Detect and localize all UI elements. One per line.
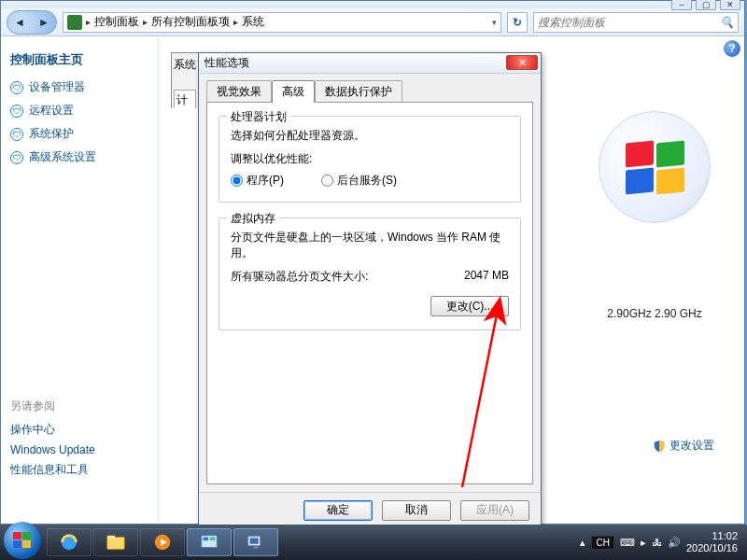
- keyboard-icon[interactable]: ⌨: [620, 537, 635, 549]
- tray-flag-icon[interactable]: ▸: [641, 537, 646, 549]
- svg-rect-2: [107, 538, 124, 550]
- taskbar-system-props[interactable]: [233, 528, 278, 556]
- vm-total-label: 所有驱动器总分页文件大小:: [231, 269, 368, 285]
- shield-icon: 🛡: [10, 151, 23, 164]
- ok-button[interactable]: 确定: [303, 500, 373, 521]
- system-properties-stub: 系统 计: [171, 52, 199, 108]
- language-indicator[interactable]: CH: [591, 536, 613, 550]
- chevron-right-icon[interactable]: ▸: [143, 17, 148, 27]
- see-also-windows-update[interactable]: Windows Update: [10, 443, 148, 456]
- see-also-performance-info[interactable]: 性能信息和工具: [10, 462, 148, 478]
- dialog-titlebar[interactable]: 性能选项 ✕: [199, 53, 541, 74]
- see-also-section: 另请参阅 操作中心 Windows Update 性能信息和工具: [10, 399, 148, 478]
- left-link-advanced-system-settings[interactable]: 🛡高级系统设置: [10, 149, 148, 165]
- tray-up-icon[interactable]: ▴: [580, 537, 585, 549]
- system-tray[interactable]: ▴ CH ⌨ ▸ 🖧 🔊 11:02 2020/10/16: [580, 530, 743, 554]
- shield-icon: 🛡: [10, 128, 23, 141]
- radio-programs-input[interactable]: [231, 175, 243, 187]
- taskbar-media-player[interactable]: [140, 528, 185, 556]
- tab-body-advanced: 处理器计划 选择如何分配处理器资源。 调整以优化性能: 程序(P) 后台服务(S…: [206, 102, 533, 484]
- tab-advanced[interactable]: 高级: [272, 80, 315, 103]
- clock-time: 11:02: [686, 530, 738, 542]
- vm-change-button[interactable]: 更改(C)...: [430, 296, 509, 316]
- svg-rect-6: [204, 538, 209, 541]
- left-panel: 控制面板主页 🛡设备管理器 🛡远程设置 🛡系统保护 🛡高级系统设置 另请参阅 操…: [1, 36, 158, 524]
- crumb-level3[interactable]: 系统: [242, 14, 264, 30]
- svg-rect-7: [210, 538, 216, 541]
- svg-rect-3: [107, 536, 115, 539]
- tab-dep[interactable]: 数据执行保护: [315, 80, 402, 103]
- crumb-level1[interactable]: 控制面板: [94, 14, 139, 30]
- clock-date: 2020/10/16: [686, 542, 738, 554]
- tray-volume-icon[interactable]: 🔊: [668, 537, 681, 549]
- window-titlebar: – ▢ ✕: [1, 1, 744, 8]
- taskbar-control-panel[interactable]: [187, 528, 232, 556]
- vm-total-value: 2047 MB: [464, 269, 509, 285]
- chevron-right-icon[interactable]: ▸: [233, 17, 238, 27]
- radio-background[interactable]: 后台服务(S): [321, 173, 397, 189]
- adjust-label: 调整以优化性能:: [231, 151, 509, 167]
- control-panel-icon: [67, 15, 82, 30]
- taskbar[interactable]: ▴ CH ⌨ ▸ 🖧 🔊 11:02 2020/10/16: [0, 525, 747, 560]
- maximize-button[interactable]: ▢: [696, 0, 716, 10]
- address-bar-row: ◄► ▸ 控制面板 ▸ 所有控制面板项 ▸ 系统 ▾ ↻ 🔍: [1, 8, 744, 36]
- group-desc: 选择如何分配处理器资源。: [231, 128, 509, 144]
- start-button[interactable]: [4, 522, 41, 559]
- search-input[interactable]: [534, 13, 738, 32]
- left-link-system-protection[interactable]: 🛡系统保护: [10, 126, 148, 142]
- apply-button[interactable]: 应用(A): [460, 500, 529, 521]
- left-nav-title[interactable]: 控制面板主页: [10, 51, 148, 68]
- system-info-area: 2.90GHz 2.90 GHz: [580, 111, 729, 320]
- back-icon[interactable]: ◄: [14, 16, 25, 29]
- breadcrumb[interactable]: ▸ 控制面板 ▸ 所有控制面板项 ▸ 系统 ▾: [63, 12, 501, 33]
- chevron-right-icon[interactable]: ▸: [86, 17, 91, 27]
- search-box[interactable]: 🔍: [533, 12, 739, 33]
- cpu-speed-text: 2.90GHz 2.90 GHz: [580, 307, 729, 320]
- dialog-button-row: 确定 取消 应用(A): [199, 492, 541, 527]
- close-button[interactable]: ✕: [720, 0, 740, 10]
- tab-strip: 视觉效果 高级 数据执行保护: [199, 74, 541, 102]
- dropdown-icon[interactable]: ▾: [492, 18, 497, 27]
- group-title: 处理器计划: [227, 109, 290, 125]
- radio-background-input[interactable]: [321, 175, 333, 187]
- taskbar-explorer[interactable]: [93, 528, 138, 556]
- dialog-title: 性能选项: [204, 55, 249, 71]
- minimize-button[interactable]: –: [671, 0, 692, 10]
- nav-back-forward[interactable]: ◄►: [7, 10, 57, 35]
- cancel-button[interactable]: 取消: [382, 500, 451, 521]
- shield-icon: [653, 440, 666, 453]
- performance-options-dialog: 性能选项 ✕ 视觉效果 高级 数据执行保护 处理器计划 选择如何分配处理器资源。…: [198, 52, 542, 528]
- svg-rect-10: [253, 547, 259, 549]
- shield-icon: 🛡: [10, 81, 23, 94]
- virtual-memory-group: 虚拟内存 分页文件是硬盘上的一块区域，Windows 当作 RAM 使用。 所有…: [218, 217, 521, 330]
- group-title: 虚拟内存: [227, 211, 279, 227]
- help-icon[interactable]: ?: [724, 40, 740, 57]
- see-also-title: 另请参阅: [10, 399, 148, 414]
- crumb-level2[interactable]: 所有控制面板项: [151, 14, 230, 30]
- tab-visual-effects[interactable]: 视觉效果: [206, 80, 272, 103]
- clock[interactable]: 11:02 2020/10/16: [686, 530, 743, 554]
- svg-rect-9: [250, 538, 259, 543]
- search-icon: 🔍: [720, 16, 734, 29]
- windows-logo: [599, 111, 711, 223]
- change-settings-link[interactable]: 更改设置: [653, 438, 714, 454]
- vm-desc: 分页文件是硬盘上的一块区域，Windows 当作 RAM 使用。: [231, 230, 509, 261]
- left-link-remote-settings[interactable]: 🛡远程设置: [10, 103, 148, 119]
- dialog-close-button[interactable]: ✕: [506, 55, 538, 70]
- taskbar-ie[interactable]: [47, 528, 92, 556]
- tray-network-icon[interactable]: 🖧: [652, 537, 662, 548]
- left-link-device-manager[interactable]: 🛡设备管理器: [10, 79, 148, 95]
- radio-programs[interactable]: 程序(P): [231, 173, 284, 189]
- shield-icon: 🛡: [10, 105, 23, 118]
- processor-scheduling-group: 处理器计划 选择如何分配处理器资源。 调整以优化性能: 程序(P) 后台服务(S…: [218, 116, 521, 203]
- forward-icon[interactable]: ►: [38, 16, 49, 29]
- refresh-button[interactable]: ↻: [507, 12, 528, 33]
- see-also-action-center[interactable]: 操作中心: [10, 422, 148, 438]
